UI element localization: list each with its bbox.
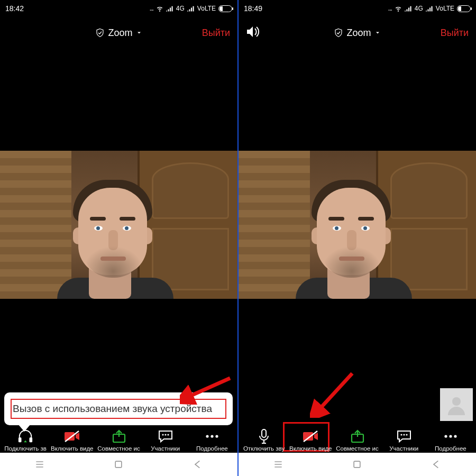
toolbar-audio[interactable]: Подключить зв <box>2 429 49 452</box>
video-feed <box>239 151 476 299</box>
bottom-toolbar: Отключить зву Включить виде Совместное и… <box>239 422 476 453</box>
toolbar-label: Включить виде <box>289 445 332 452</box>
svg-point-24 <box>454 435 456 437</box>
signal-icon <box>166 5 173 12</box>
battery-icon <box>457 5 471 12</box>
self-view-thumbnail[interactable] <box>440 388 473 421</box>
status-bar: 18:42 ... 4G VoLTE <box>0 0 237 17</box>
nav-back-icon[interactable] <box>193 459 203 470</box>
nav-recent-icon[interactable] <box>34 459 45 470</box>
wifi-icon <box>395 5 402 12</box>
toolbar-share[interactable]: Совместное ис <box>95 429 142 452</box>
svg-point-6 <box>162 434 163 435</box>
svg-point-10 <box>210 435 213 437</box>
svg-rect-12 <box>116 461 122 468</box>
status-dots: ... <box>150 5 153 12</box>
share-icon <box>112 429 126 444</box>
shield-icon <box>334 28 343 38</box>
app-title: Zoom <box>346 28 371 39</box>
status-bar: 18:49 ... 4G VoLTE <box>239 0 476 17</box>
toolbar-label: Отключить зву <box>243 445 285 452</box>
signal2-icon <box>187 5 195 12</box>
share-icon <box>350 429 365 444</box>
participant-face <box>57 177 158 299</box>
toolbar-video[interactable]: Включить виде <box>49 429 95 452</box>
nav-home-icon[interactable] <box>352 459 362 470</box>
clock: 18:42 <box>5 4 24 13</box>
annotation-arrow <box>310 370 358 418</box>
svg-rect-3 <box>65 432 75 441</box>
zoom-title[interactable]: Zoom <box>95 28 142 39</box>
speaker-icon <box>246 25 261 38</box>
toolbar-video[interactable]: Включить виде <box>287 429 334 452</box>
android-navbar <box>0 453 237 476</box>
toolbar-label: Включить виде <box>51 445 93 452</box>
chevron-down-icon <box>374 30 381 36</box>
volte-label: VoLTE <box>436 5 454 12</box>
svg-rect-15 <box>262 429 266 437</box>
status-dots: ... <box>388 5 392 12</box>
svg-rect-25 <box>354 461 361 468</box>
app-header: Zoom Выйти <box>0 17 237 49</box>
toolbar-participants[interactable]: Участники <box>381 429 427 452</box>
bottom-toolbar: Подключить зв Включить виде Совместное и… <box>0 422 237 453</box>
toolbar-label: Совместное ис <box>336 445 379 452</box>
toolbar-label: Совместное ис <box>97 445 140 452</box>
signal2-icon <box>426 5 433 12</box>
svg-point-19 <box>400 434 402 435</box>
toolbar-participants[interactable]: Участники <box>142 429 189 452</box>
app-title: Zoom <box>108 28 132 39</box>
battery-icon <box>218 5 232 12</box>
svg-point-11 <box>215 435 218 437</box>
svg-rect-2 <box>30 437 33 442</box>
network-label: 4G <box>415 5 423 12</box>
svg-point-7 <box>164 434 166 435</box>
toolbar-label: Подключить зв <box>4 445 47 452</box>
annotation-arrow <box>180 376 233 405</box>
signal-icon <box>405 5 412 12</box>
leave-button[interactable]: Выйти <box>441 28 469 39</box>
clock: 18:49 <box>244 4 262 13</box>
video-off-icon <box>63 429 80 444</box>
svg-point-22 <box>444 435 447 437</box>
headset-icon <box>17 429 33 444</box>
screenshot-right: 18:49 ... 4G VoLTE Zoom Выйти <box>239 0 476 476</box>
zoom-title[interactable]: Zoom <box>334 28 380 39</box>
nav-back-icon[interactable] <box>431 459 442 470</box>
toolbar-label: Подробнее <box>196 445 228 452</box>
nav-home-icon[interactable] <box>113 459 124 470</box>
svg-line-0 <box>186 378 230 398</box>
status-right: ... 4G VoLTE <box>388 5 471 12</box>
avatar-icon <box>446 394 467 415</box>
video-feed <box>0 151 237 299</box>
volte-label: VoLTE <box>197 5 216 12</box>
svg-rect-1 <box>19 437 22 442</box>
chat-icon <box>158 429 173 444</box>
svg-point-23 <box>449 435 452 437</box>
shield-icon <box>95 28 105 38</box>
svg-point-20 <box>403 434 405 435</box>
video-off-icon <box>302 429 319 444</box>
toolbar-share[interactable]: Совместное ис <box>334 429 380 452</box>
more-icon <box>443 429 458 444</box>
speaker-button[interactable] <box>246 25 261 40</box>
svg-point-13 <box>452 397 461 406</box>
app-header: Zoom Выйти <box>239 17 476 49</box>
chevron-down-icon <box>136 30 142 36</box>
more-icon <box>205 429 219 444</box>
mic-icon <box>258 429 270 444</box>
toolbar-more[interactable]: Подробнее <box>427 429 474 452</box>
android-navbar <box>239 453 476 476</box>
leave-button[interactable]: Выйти <box>202 28 230 39</box>
svg-point-9 <box>206 435 208 437</box>
svg-point-8 <box>167 434 169 435</box>
svg-point-21 <box>406 434 407 435</box>
screenshot-left: 18:42 ... 4G VoLTE Zoom Выйти <box>0 0 237 476</box>
nav-recent-icon[interactable] <box>273 459 283 470</box>
toolbar-audio[interactable]: Отключить зву <box>241 429 287 452</box>
svg-rect-16 <box>303 432 313 441</box>
toolbar-label: Участники <box>389 445 418 452</box>
toolbar-more[interactable]: Подробнее <box>189 429 235 452</box>
wifi-icon <box>156 5 163 12</box>
chat-icon <box>396 429 412 444</box>
